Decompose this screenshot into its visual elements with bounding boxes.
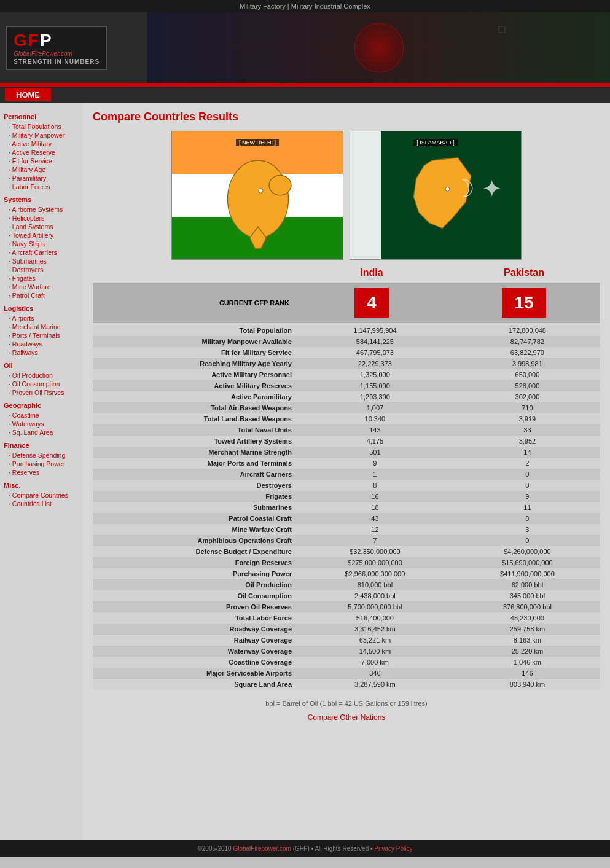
row-label: Frigates: [93, 491, 295, 502]
row-label: Patrol Coastal Craft: [93, 513, 295, 524]
row-pakistan-value: 3,919: [455, 413, 600, 424]
sidebar-link-military-manpower[interactable]: Military Manpower: [4, 131, 79, 139]
row-pakistan-value: 3: [455, 524, 600, 535]
sidebar-link-land-systems[interactable]: Land Systems: [4, 222, 79, 231]
sidebar-link-paramilitary[interactable]: Paramilitary: [4, 174, 79, 182]
sidebar-link-frigates[interactable]: Frigates: [4, 274, 79, 283]
sidebar-link-submarines[interactable]: Submarines: [4, 257, 79, 265]
row-india-value: 3,316,452 km: [295, 624, 455, 635]
logo-box: GFP GlobalFirePower.com STRENGTH IN NUMB…: [6, 26, 107, 70]
sidebar-link-airports[interactable]: Airports: [4, 314, 79, 323]
sidebar-link-reserves[interactable]: Reserves: [4, 468, 79, 477]
sidebar-section-geographic: Geographic: [4, 402, 79, 409]
table-row: Frigates 16 9: [93, 491, 600, 502]
sidebar-link-proven-oil[interactable]: Proven Oil Rsrves: [4, 388, 79, 397]
sidebar-link-military-age[interactable]: Military Age: [4, 165, 79, 174]
sidebar-link-compare-countries[interactable]: Compare Countries: [4, 491, 79, 499]
svg-point-8: [269, 175, 291, 195]
sidebar-link-navy-ships[interactable]: Navy Ships: [4, 240, 79, 248]
sidebar-link-sq-land-area[interactable]: Sq. Land Area: [4, 428, 79, 437]
row-pakistan-value: 172,800,048: [455, 325, 600, 336]
sidebar-link-coastline[interactable]: Coastline: [4, 411, 79, 420]
row-india-value: 43: [295, 513, 455, 524]
row-pakistan-value: 302,000: [455, 391, 600, 402]
row-label: Oil Production: [93, 579, 295, 590]
sidebar-link-destroyers[interactable]: Destroyers: [4, 265, 79, 274]
compare-nations-link[interactable]: Compare Other Nations: [308, 713, 386, 722]
table-row: Coastline Coverage 7,000 km 1,046 km: [93, 657, 600, 668]
table-row: Active Military Personnel 1,325,000 650,…: [93, 369, 600, 380]
sidebar-link-railways[interactable]: Railways: [4, 348, 79, 357]
row-india-value: 1,007: [295, 402, 455, 413]
table-row: Military Manpower Available 584,141,225 …: [93, 336, 600, 347]
row-label: Foreign Reserves: [93, 557, 295, 568]
comparison-table: Total Population 1,147,995,904 172,800,0…: [93, 325, 600, 690]
footer-site-link[interactable]: GlobalFirepower.com: [233, 845, 291, 852]
sidebar-link-towed-artillery[interactable]: Towed Artillery: [4, 231, 79, 240]
row-pakistan-value: 11: [455, 502, 600, 513]
sidebar-link-oil-consumption[interactable]: Oil Consumption: [4, 380, 79, 388]
table-row: Active Paramilitary 1,293,300 302,000: [93, 391, 600, 402]
sidebar-link-helicopters[interactable]: Helicopters: [4, 214, 79, 222]
table-row: Foreign Reserves $275,000,000,000 $15,69…: [93, 557, 600, 568]
row-label: Purchasing Power: [93, 568, 295, 579]
sidebar-link-waterways[interactable]: Waterways: [4, 420, 79, 428]
sidebar-link-active-military[interactable]: Active Military: [4, 139, 79, 148]
row-pakistan-value: 376,800,000 bbl: [455, 601, 600, 612]
sidebar-link-merchant-marine[interactable]: Merchant Marine: [4, 323, 79, 331]
footer-privacy-link[interactable]: Privacy Policy: [374, 845, 412, 852]
row-pakistan-value: 8: [455, 513, 600, 524]
india-name: India: [295, 265, 448, 281]
top-bar-text: Military Factory | Military Industrial C…: [240, 2, 370, 10]
svg-point-10: [259, 189, 263, 193]
sidebar-link-purchasing-power[interactable]: Purchasing Power: [4, 459, 79, 468]
sidebar-link-labor-forces[interactable]: Labor Forces: [4, 182, 79, 191]
row-pakistan-value: 803,940 km: [455, 679, 600, 690]
row-india-value: 501: [295, 447, 455, 458]
table-row: Oil Production 810,000 bbl 62,000 bbl: [93, 579, 600, 590]
row-label: Total Labor Force: [93, 612, 295, 624]
sidebar-link-airborne-systems[interactable]: Airborne Systems: [4, 205, 79, 214]
table-row: Merchant Marine Strength 501 14: [93, 447, 600, 458]
row-india-value: 9: [295, 458, 455, 469]
row-label: Total Naval Units: [93, 424, 295, 436]
pakistan-flag: [ ISLAMABAD ] ☽ ✦: [350, 131, 522, 260]
sidebar-link-countries-list[interactable]: Countries List: [4, 499, 79, 508]
table-row: Square Land Area 3,287,590 km 803,940 km: [93, 679, 600, 690]
row-india-value: 584,141,225: [295, 336, 455, 347]
row-india-value: 5,700,000,000 bbl: [295, 601, 455, 612]
row-label: Amphibious Operations Craft: [93, 535, 295, 546]
table-row: Roadway Coverage 3,316,452 km 259,758 km: [93, 624, 600, 635]
row-label: Total Population: [93, 325, 295, 336]
footer: ©2005-2010 GlobalFirepower.com (GFP) • A…: [0, 840, 610, 857]
sidebar-link-active-reserve[interactable]: Active Reserve: [4, 148, 79, 157]
row-india-value: 18: [295, 502, 455, 513]
table-row: Fit for Military Service 467,795,073 63,…: [93, 347, 600, 358]
row-pakistan-value: 25,220 km: [455, 646, 600, 657]
sidebar-link-roadways[interactable]: Roadways: [4, 340, 79, 348]
row-pakistan-value: 0: [455, 535, 600, 546]
row-india-value: 516,400,000: [295, 612, 455, 624]
row-pakistan-value: 8,163 km: [455, 635, 600, 646]
sidebar-link-fit-for-service[interactable]: Fit for Service: [4, 157, 79, 165]
row-india-value: 12: [295, 524, 455, 535]
home-button[interactable]: HOME: [5, 88, 51, 101]
table-row: Waterway Coverage 14,500 km 25,220 km: [93, 646, 600, 657]
row-pakistan-value: 1,046 km: [455, 657, 600, 668]
sidebar-link-mine-warfare[interactable]: Mine Warfare: [4, 283, 79, 291]
sidebar-link-total-populations[interactable]: Total Populations: [4, 122, 79, 131]
row-india-value: 810,000 bbl: [295, 579, 455, 590]
row-india-value: 7,000 km: [295, 657, 455, 668]
sidebar-link-defense-spending[interactable]: Defense Spending: [4, 451, 79, 459]
sidebar-link-aircraft-carriers[interactable]: Aircraft Carriers: [4, 248, 79, 257]
sidebar-section-oil: Oil: [4, 362, 79, 369]
logo-gfp: GFP: [14, 31, 100, 50]
row-india-value: 467,795,073: [295, 347, 455, 358]
row-pakistan-value: $411,900,000,000: [455, 568, 600, 579]
sidebar-link-patrol-craft[interactable]: Patrol Craft: [4, 291, 79, 300]
sidebar-link-oil-production[interactable]: Oil Production: [4, 371, 79, 380]
content-area: Compare Countries Results [ NEW DELHI ]: [83, 103, 610, 840]
row-pakistan-value: 528,000: [455, 380, 600, 391]
table-row: Total Land-Based Weapons 10,340 3,919: [93, 413, 600, 424]
sidebar-link-ports-terminals[interactable]: Ports / Terminals: [4, 331, 79, 340]
